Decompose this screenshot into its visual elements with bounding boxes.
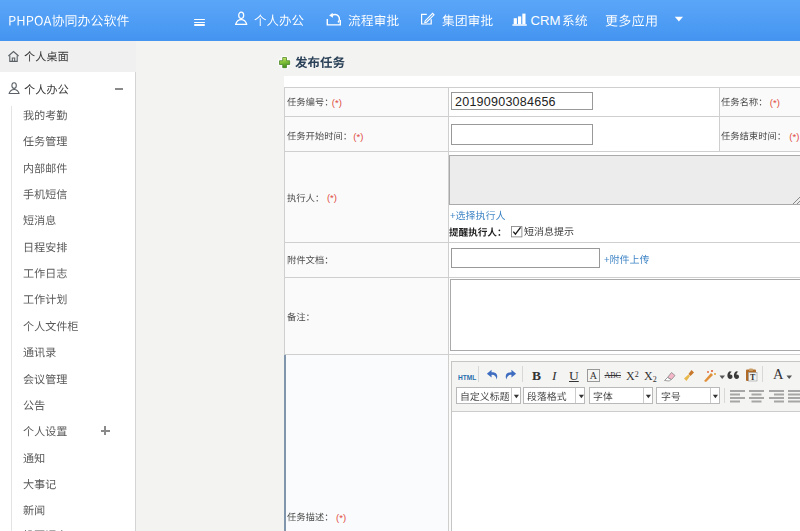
- svg-text:T: T: [750, 373, 756, 382]
